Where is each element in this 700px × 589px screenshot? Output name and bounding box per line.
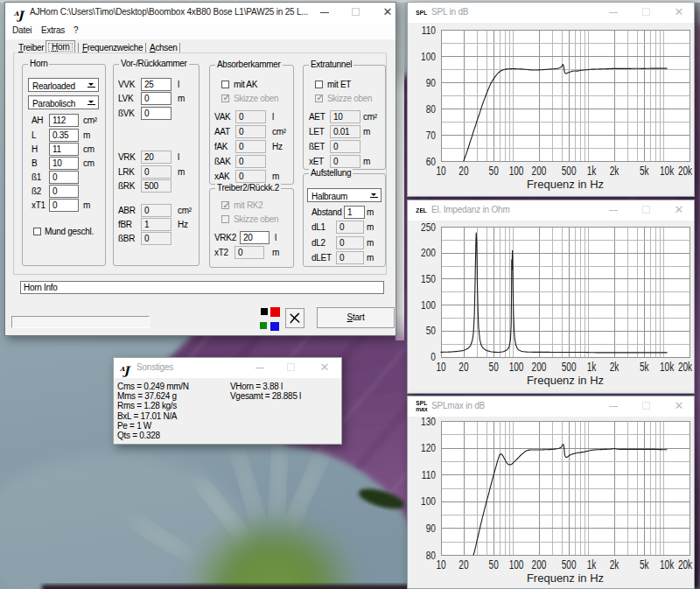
svg-text:80: 80 — [426, 548, 437, 562]
sonstiges-titlebar[interactable]: AJ Sonstiges ✕ — [114, 358, 341, 378]
field-vrk-LVK[interactable] — [141, 92, 172, 105]
svg-text:2k: 2k — [610, 557, 620, 571]
menu-extras[interactable]: Extras — [41, 25, 65, 35]
maximize-button[interactable] — [635, 200, 658, 221]
chart-type-icon: SPL — [416, 10, 427, 16]
field-vrk-ABR — [141, 204, 172, 217]
minimize-icon — [609, 406, 618, 407]
field-label-AET: AET — [309, 112, 326, 122]
close-icon: ✕ — [668, 399, 690, 412]
field-unit: cm — [83, 144, 94, 154]
menu-help[interactable]: ? — [74, 25, 78, 35]
field-label-H: H — [32, 144, 38, 154]
x-icon — [289, 312, 301, 325]
close-button[interactable]: ✕ — [668, 396, 690, 417]
ajhorn-main-window: AJ AJHorn C:\Users\Timo\Desktop\Boombox … — [4, 2, 396, 336]
svg-text:130: 130 — [421, 417, 436, 428]
svg-text:10k: 10k — [660, 557, 675, 571]
field-horn-B[interactable] — [49, 157, 79, 170]
start-button[interactable]: Start — [317, 307, 395, 328]
svg-text:2k: 2k — [610, 360, 620, 374]
checkbox-skizze-oben: ✓ — [221, 95, 229, 102]
field-horn-L[interactable] — [49, 129, 79, 142]
chart-window-0: SPLSPL in dB✕607080901001101020501002005… — [407, 2, 695, 197]
chart-titlebar[interactable]: SPL maxSPLmax in dB✕ — [408, 396, 694, 417]
field-label-xT1: xT1 — [32, 200, 46, 210]
minimize-button[interactable] — [602, 3, 625, 23]
field-vrk-ßVK[interactable] — [141, 107, 172, 120]
field-label-VRK: VRK — [118, 152, 136, 162]
field-label-dL1: dL1 — [312, 222, 326, 232]
field-vrk-VVK[interactable] — [141, 78, 172, 91]
minimize-button[interactable] — [602, 396, 625, 417]
field-ak-xAK — [235, 170, 266, 183]
chart-titlebar[interactable]: SPLSPL in dB✕ — [408, 3, 694, 23]
close-button[interactable]: ✕ — [313, 358, 336, 378]
clear-curves-button[interactable] — [285, 308, 304, 328]
menu-datei[interactable]: Datei — [12, 25, 32, 35]
field-horn-ß2[interactable] — [49, 185, 79, 198]
close-button[interactable]: ✕ — [668, 3, 690, 23]
combo-horn-0[interactable]: Rearloaded — [28, 78, 99, 92]
minimize-button[interactable] — [313, 3, 336, 23]
sonstiges-param: Cms = 0.249 mm/N — [117, 382, 189, 391]
maximize-button[interactable] — [635, 396, 658, 417]
field-label-fAK: fAK — [214, 142, 228, 151]
field-horn-ß1[interactable] — [49, 171, 79, 184]
field-auf-Abstand[interactable] — [344, 206, 365, 219]
combo-auf-0[interactable]: Halbraum — [307, 188, 382, 202]
group-title-et: Extratunnel — [309, 60, 354, 69]
close-button[interactable]: ✕ — [668, 200, 690, 221]
combo-dropdown-button[interactable] — [85, 97, 97, 108]
maximize-button[interactable] — [635, 3, 658, 23]
maximize-button[interactable] — [345, 3, 368, 23]
svg-text:50: 50 — [489, 360, 499, 374]
field-label-xET: xET — [309, 157, 324, 166]
tab-treiber[interactable]: Treiber — [18, 43, 44, 53]
combo-horn-1[interactable]: Parabolisch — [28, 95, 99, 109]
svg-text:1k: 1k — [587, 360, 597, 374]
minimize-button[interactable] — [602, 200, 625, 221]
combo-dropdown-button[interactable] — [85, 80, 97, 90]
tab-frequenzweiche[interactable]: Frequenzweiche — [82, 43, 143, 53]
close-button[interactable]: ✕ — [376, 3, 399, 23]
field-label-LVK: LVK — [118, 94, 133, 103]
horn-info-field[interactable] — [20, 281, 384, 294]
combo-dropdown-button[interactable] — [368, 190, 380, 200]
field-unit: cm² — [83, 116, 97, 125]
field-unit: m — [367, 222, 374, 232]
minimize-button[interactable] — [248, 358, 271, 378]
field-unit: m — [178, 167, 185, 177]
sonstiges-param: Qts = 0.328 — [117, 431, 160, 440]
svg-text:200: 200 — [532, 557, 547, 571]
field-ak-ßAK — [235, 155, 266, 168]
maximize-button[interactable] — [280, 358, 303, 378]
checkbox-mund-geschl-[interactable] — [33, 228, 41, 235]
chart-window-2: SPL maxSPLmax in dB✕80901001101201301020… — [407, 396, 695, 589]
tab-achsen[interactable]: Achsen — [150, 43, 178, 53]
checkbox-mit-ak[interactable] — [221, 81, 229, 88]
group-title-horn: Horn — [28, 59, 49, 68]
main-window-title: AJHorn C:\Users\Timo\Desktop\Boombox 4xB… — [30, 7, 308, 17]
chevron-down-icon — [88, 101, 94, 103]
checkbox-mit-et[interactable] — [315, 81, 323, 88]
field-unit: m — [83, 200, 90, 210]
main-titlebar[interactable]: AJ AJHorn C:\Users\Timo\Desktop\Boombox … — [5, 3, 396, 23]
field-horn-AH[interactable] — [49, 114, 79, 127]
field-label-ßET: ßET — [309, 142, 325, 151]
field-horn-H[interactable] — [49, 143, 79, 156]
group-title-vrk: Vor-/Rückkammer — [119, 59, 189, 68]
checkbox-label: mit RK2 — [234, 200, 262, 210]
chart-titlebar[interactable]: ZELEl. Impedanz in Ohm✕ — [408, 200, 694, 221]
chart-window-title: SPLmax in dB — [431, 401, 485, 410]
chart-plot-1: 0501001502002501020501002005001k2k5k10k2… — [408, 221, 694, 395]
field-horn-xT1[interactable] — [49, 199, 79, 212]
field-unit: m — [367, 207, 374, 217]
field-label-AH: AH — [32, 116, 43, 125]
field-vrk-fBR — [141, 218, 172, 231]
field-t2-VRK2[interactable] — [240, 231, 270, 244]
field-label-ß1: ß1 — [32, 172, 41, 182]
field-label-B: B — [32, 158, 37, 168]
svg-text:10: 10 — [436, 360, 445, 374]
svg-text:20: 20 — [458, 557, 468, 571]
